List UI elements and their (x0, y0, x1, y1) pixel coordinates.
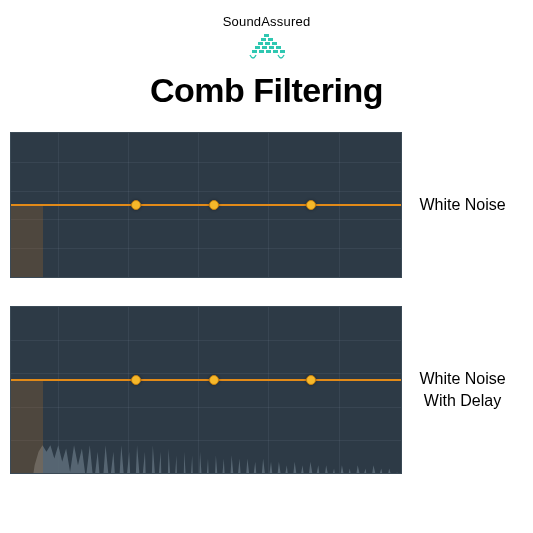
eq-node-icon[interactable] (306, 200, 316, 210)
svg-rect-8 (262, 46, 267, 49)
svg-rect-13 (266, 50, 271, 53)
lowband-overlay (11, 205, 43, 277)
spectrum-svg (11, 307, 401, 474)
svg-rect-11 (252, 50, 257, 53)
eq-node-icon[interactable] (209, 200, 219, 210)
svg-rect-12 (259, 50, 264, 53)
spectrum-panel (10, 306, 402, 474)
eq-line (11, 204, 401, 206)
page-title: Comb Filtering (0, 71, 533, 110)
eq-node-icon[interactable] (131, 375, 141, 385)
svg-rect-3 (268, 38, 273, 41)
eq-node-icon[interactable] (209, 375, 219, 385)
svg-rect-2 (261, 38, 266, 41)
chart-blocks: White Noise White Noise With Delay (0, 132, 533, 474)
chart-label: White Noise (402, 194, 523, 216)
svg-rect-4 (258, 42, 263, 45)
svg-rect-14 (273, 50, 278, 53)
svg-rect-10 (276, 46, 281, 49)
lowband-overlay (11, 380, 43, 473)
svg-marker-17 (11, 445, 401, 474)
svg-rect-1 (264, 34, 269, 37)
brand-logo-icon (244, 31, 290, 61)
chart-row-white-noise-delay: White Noise With Delay (0, 306, 533, 474)
page: SoundAssured Comb Filtering (0, 0, 533, 533)
svg-rect-15 (280, 50, 285, 53)
svg-rect-9 (269, 46, 274, 49)
chart-label: White Noise With Delay (402, 368, 523, 411)
spectrum-panel (10, 132, 402, 278)
chart-row-white-noise: White Noise (0, 132, 533, 278)
eq-line (11, 379, 401, 381)
eq-node-icon[interactable] (131, 200, 141, 210)
eq-node-icon[interactable] (306, 375, 316, 385)
svg-rect-6 (272, 42, 277, 45)
brand-block: SoundAssured (0, 14, 533, 61)
brand-name: SoundAssured (0, 14, 533, 29)
svg-rect-7 (255, 46, 260, 49)
svg-rect-5 (265, 42, 270, 45)
